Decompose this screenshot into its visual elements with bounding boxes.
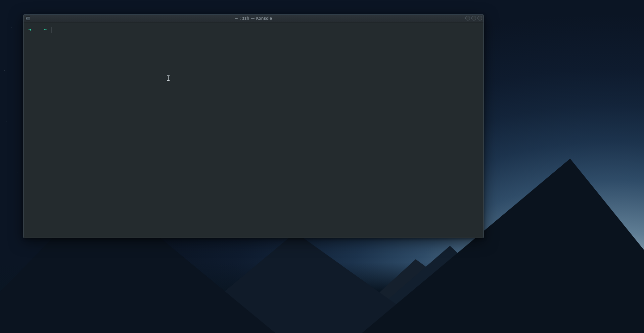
konsole-window[interactable]: ~ : zsh — Konsole ➜ ~: [23, 14, 484, 238]
desktop-wallpaper: ~ : zsh — Konsole ➜ ~: [0, 0, 644, 333]
command-input[interactable]: [51, 26, 479, 34]
command-input-wrap[interactable]: [51, 26, 479, 34]
maximize-button[interactable]: [471, 16, 476, 20]
minimize-button[interactable]: [465, 16, 470, 20]
close-button[interactable]: [477, 16, 482, 20]
star-icon: [6, 121, 7, 121]
star-icon: [4, 70, 5, 71]
text-cursor-icon: [51, 27, 51, 33]
star-icon: [11, 27, 12, 27]
window-title: ~ : zsh — Konsole: [24, 16, 484, 21]
prompt-arrow-icon: ➜: [28, 26, 34, 34]
prompt-line: ➜ ~: [28, 26, 479, 34]
terminal-app-icon: [26, 16, 30, 20]
star-icon: [17, 172, 18, 172]
window-titlebar[interactable]: ~ : zsh — Konsole: [24, 15, 484, 22]
prompt-cwd-icon: ~: [44, 26, 47, 34]
window-control-buttons: [465, 16, 482, 20]
terminal-viewport[interactable]: ➜ ~: [24, 22, 484, 238]
mouse-ibeam-cursor-icon: [167, 75, 170, 81]
